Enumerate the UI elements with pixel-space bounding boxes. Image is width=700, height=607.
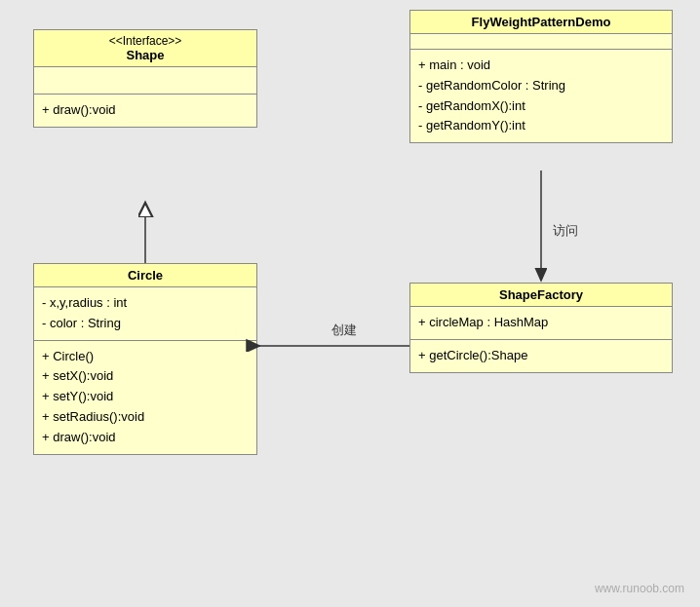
circle-method-4: + setRadius():void <box>42 407 249 428</box>
circle-method-5: + draw():void <box>42 428 249 448</box>
flyweight-method-2: - getRandomColor : String <box>418 76 664 96</box>
circle-attributes-section: - x,y,radius : int - color : String <box>34 287 256 341</box>
flyweight-method-4: - getRandomY():int <box>418 116 664 136</box>
shape-factory-methods: + getCircle():Shape <box>410 340 672 372</box>
shape-method-draw: + draw():void <box>42 100 249 121</box>
create-label: 创建 <box>331 322 357 339</box>
circle-method-3: + setY():void <box>42 387 249 407</box>
shape-factory-header: ShapeFactory <box>410 284 672 307</box>
circle-attr-2: - color : String <box>42 314 249 334</box>
shape-name: Shape <box>126 48 164 62</box>
visit-label: 访问 <box>553 222 578 240</box>
flyweight-demo-methods: + main : void - getRandomColor : String … <box>410 50 672 142</box>
watermark: www.runoob.com <box>595 582 684 595</box>
flyweight-method-3: - getRandomX():int <box>418 96 664 117</box>
circle-methods-section: + Circle() + setX():void + setY():void +… <box>34 341 256 454</box>
circle-method-1: + Circle() <box>42 347 249 367</box>
shape-empty-section <box>34 67 256 95</box>
shape-factory-method-1: + getCircle():Shape <box>418 346 664 366</box>
shape-box: <<Interface>> Shape + draw():void <box>33 29 257 128</box>
shape-header: <<Interface>> Shape <box>34 30 256 67</box>
shape-factory-name: ShapeFactory <box>499 287 583 302</box>
flyweight-demo-name: FlyWeightPatternDemo <box>472 15 611 29</box>
flyweight-demo-box: FlyWeightPatternDemo + main : void - get… <box>409 10 673 143</box>
circle-method-2: + setX():void <box>42 366 249 387</box>
circle-box: Circle - x,y,radius : int - color : Stri… <box>33 263 257 455</box>
flyweight-demo-header: FlyWeightPatternDemo <box>410 11 672 34</box>
circle-name: Circle <box>128 268 163 283</box>
shape-stereotype: <<Interface>> <box>42 34 249 48</box>
flyweight-demo-empty <box>410 34 672 50</box>
flyweight-method-1: + main : void <box>418 56 664 76</box>
shape-factory-box: ShapeFactory + circleMap : HashMap + get… <box>409 283 673 373</box>
shape-methods-section: + draw():void <box>34 95 256 127</box>
shape-factory-attr-1: + circleMap : HashMap <box>418 313 664 333</box>
circle-attr-1: - x,y,radius : int <box>42 293 249 314</box>
circle-header: Circle <box>34 264 256 287</box>
diagram-container: <<Interface>> Shape + draw():void Circle… <box>0 0 700 607</box>
shape-factory-attributes: + circleMap : HashMap <box>410 307 672 340</box>
